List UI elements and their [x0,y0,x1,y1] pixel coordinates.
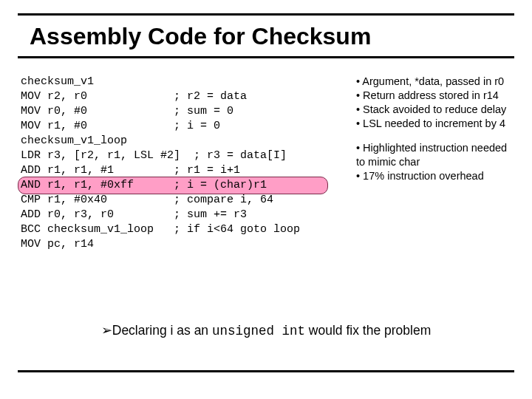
notes-block-1: • Argument, *data, passed in r0 • Return… [356,75,519,131]
arrow-bullet-icon: ➢ [101,323,112,338]
code-line: checksum_v1 [21,75,94,88]
note-item: • Stack avoided to reduce delay [356,103,519,117]
rule-bottom [18,370,514,372]
code-line: ADD r0, r3, r0 ; sum += r3 [21,208,247,221]
conclusion-pre: Declaring i as an [112,323,212,338]
code-line: AND r1, r1, #0xff ; i = (char)r1 [21,179,267,191]
note-item: • Argument, *data, passed in r0 [356,75,519,89]
assembly-code: checksum_v1 MOV r2, r0 ; r2 = data MOV r… [21,75,346,252]
code-line: MOV pc, r14 [21,238,94,250]
code-line: MOV r0, #0 ; sum = 0 [21,105,233,117]
note-item: • 17% instruction overhead [356,169,519,183]
code-line: LDR r3, [r2, r1, LSL #2] ; r3 = data[I] [21,149,287,162]
note-item: • Return address stored in r14 [356,89,519,103]
code-line: checksum_v1_loop [21,134,127,147]
code-line: ADD r1, r1, #1 ; r1 = i+1 [21,164,240,177]
content-area: checksum_v1 MOV r2, r0 ; r2 = data MOV r… [0,58,532,252]
conclusion-post: would fix the problem [305,323,431,338]
note-item: • Highlighted instruction needed to mimi… [356,141,519,169]
slide-title: Assembly Code for Checksum [0,16,532,56]
conclusion-line: ➢Declaring i as an unsigned int would fi… [0,323,532,338]
code-line: CMP r1, #0x40 ; compare i, 64 [21,194,273,206]
note-item: • LSL needed to increment by 4 [356,117,519,131]
notes-column: • Argument, *data, passed in r0 • Return… [356,75,519,252]
notes-block-2: • Highlighted instruction needed to mimi… [356,141,519,183]
code-line: MOV r1, #0 ; i = 0 [21,120,220,132]
code-line: MOV r2, r0 ; r2 = data [21,90,247,103]
code-line: BCC checksum_v1_loop ; if i<64 goto loop [21,223,300,236]
code-column: checksum_v1 MOV r2, r0 ; r2 = data MOV r… [21,75,346,252]
conclusion-mono: unsigned int [212,324,305,338]
